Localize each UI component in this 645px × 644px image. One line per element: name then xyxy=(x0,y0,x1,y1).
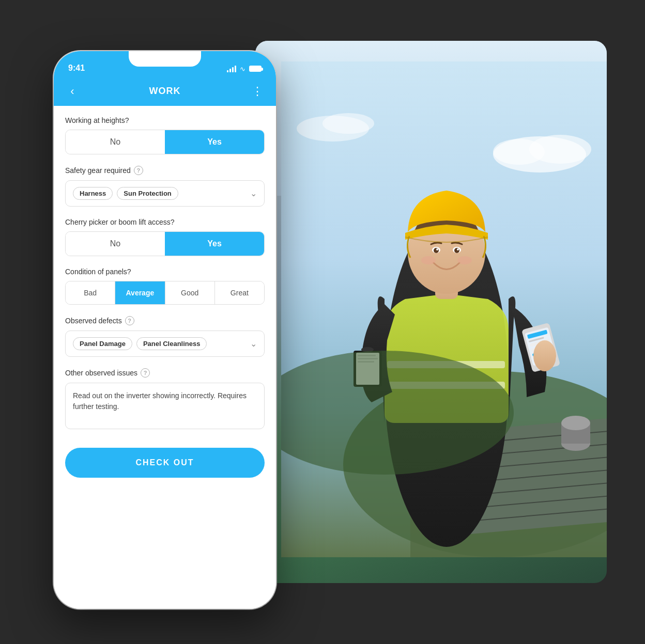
q4-label-text: Condition of panels? xyxy=(65,268,131,276)
q3-toggle-group: No Yes xyxy=(65,231,265,256)
svg-point-46 xyxy=(493,139,545,165)
q3-label: Cherry picker or boom lift access? xyxy=(65,218,265,226)
q4-good-button[interactable]: Good xyxy=(165,281,215,304)
svg-point-25 xyxy=(533,340,556,371)
panel-condition-section: Condition of panels? Bad Average Good Gr… xyxy=(65,268,265,305)
svg-point-41 xyxy=(421,256,436,264)
safety-gear-section: Safety gear required ? Harness Sun Prote… xyxy=(65,166,265,207)
harness-chip: Harness xyxy=(73,187,113,200)
scene: 9:41 ∿ ‹ WORK ⋮ Working xyxy=(38,25,607,619)
svg-point-38 xyxy=(454,248,459,253)
signal-bar-4 xyxy=(235,66,236,72)
observed-defects-section: Observed defects ? Panel Damage Panel Cl… xyxy=(65,316,265,357)
back-button[interactable]: ‹ xyxy=(64,85,81,98)
status-time: 9:41 xyxy=(68,64,85,73)
q1-label-text: Working at heights? xyxy=(65,116,129,124)
q5-chips: Panel Damage Panel Cleanliness xyxy=(73,337,207,350)
svg-point-13 xyxy=(561,416,590,430)
working-at-heights-section: Working at heights? No Yes xyxy=(65,116,265,154)
cherry-picker-section: Cherry picker or boom lift access? No Ye… xyxy=(65,218,265,256)
header-title: WORK xyxy=(149,86,181,97)
q5-select[interactable]: Panel Damage Panel Cleanliness ⌄ xyxy=(65,331,265,357)
signal-bar-3 xyxy=(232,67,234,72)
q2-help-icon[interactable]: ? xyxy=(134,166,143,175)
q2-dropdown-arrow: ⌄ xyxy=(250,189,257,198)
q2-chips: Harness Sun Protection xyxy=(73,187,178,200)
panel-cleanliness-chip: Panel Cleanliness xyxy=(136,337,207,350)
status-icons: ∿ xyxy=(227,65,262,73)
q6-label: Other observed issues ? xyxy=(65,368,265,378)
phone-content: Working at heights? No Yes Safety gear r… xyxy=(54,106,276,609)
q6-textarea[interactable]: Read out on the inverter showing incorre… xyxy=(65,383,265,429)
svg-point-40 xyxy=(457,248,459,250)
panel-damage-chip: Panel Damage xyxy=(73,337,132,350)
q5-help-icon[interactable]: ? xyxy=(125,316,134,325)
q4-average-button[interactable]: Average xyxy=(115,281,165,304)
wifi-icon: ∿ xyxy=(240,65,245,73)
q5-label: Observed defects ? xyxy=(65,316,265,325)
phone-notch xyxy=(129,51,201,67)
app-header: ‹ WORK ⋮ xyxy=(54,77,276,106)
signal-bar-1 xyxy=(227,70,228,72)
battery-icon xyxy=(249,66,262,72)
svg-point-36 xyxy=(434,248,439,253)
q2-label: Safety gear required ? xyxy=(65,166,265,175)
worker-illustration xyxy=(281,61,607,557)
q3-label-text: Cherry picker or boom lift access? xyxy=(65,218,175,226)
phone-device: 9:41 ∿ ‹ WORK ⋮ Working xyxy=(54,51,276,609)
q5-dropdown-arrow: ⌄ xyxy=(250,339,257,349)
other-issues-section: Other observed issues ? Read out on the … xyxy=(65,368,265,431)
signal-icon xyxy=(227,65,236,72)
q3-no-button[interactable]: No xyxy=(66,232,165,256)
q6-help-icon[interactable]: ? xyxy=(141,368,150,378)
q4-label: Condition of panels? xyxy=(65,268,265,276)
q2-label-text: Safety gear required xyxy=(65,166,131,175)
q1-no-button[interactable]: No xyxy=(66,130,165,154)
q2-select[interactable]: Harness Sun Protection ⌄ xyxy=(65,180,265,207)
q4-bad-button[interactable]: Bad xyxy=(66,281,115,304)
signal-bar-2 xyxy=(229,69,231,72)
q4-great-button[interactable]: Great xyxy=(215,281,264,304)
q4-condition-group: Bad Average Good Great xyxy=(65,281,265,305)
sun-protection-chip: Sun Protection xyxy=(117,187,178,200)
q3-yes-button[interactable]: Yes xyxy=(165,232,264,256)
q1-label: Working at heights? xyxy=(65,116,265,124)
background-photo xyxy=(255,41,607,583)
q5-label-text: Observed defects xyxy=(65,317,122,325)
q1-yes-button[interactable]: Yes xyxy=(165,130,264,154)
checkout-button[interactable]: CHECK OUT xyxy=(65,448,265,478)
more-button[interactable]: ⋮ xyxy=(249,85,266,98)
svg-point-48 xyxy=(323,113,374,134)
q1-toggle-group: No Yes xyxy=(65,130,265,154)
svg-point-39 xyxy=(436,248,438,250)
q6-label-text: Other observed issues xyxy=(65,369,137,377)
svg-point-42 xyxy=(457,256,472,264)
